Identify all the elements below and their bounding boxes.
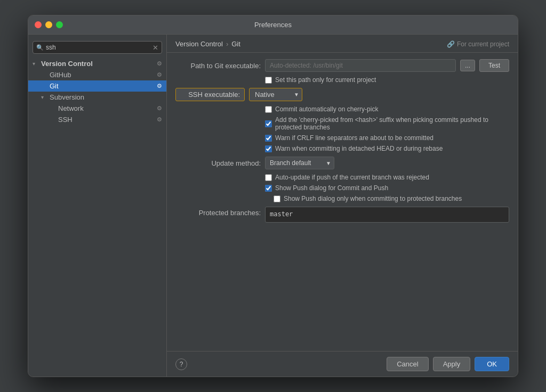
sidebar-item-label: Network — [58, 104, 155, 112]
warn-detached-checkbox[interactable] — [265, 145, 272, 152]
set-path-only-row: Set this path only for current project — [175, 76, 509, 84]
apply-button[interactable]: Apply — [433, 357, 471, 371]
show-push-only-row: Show Push dialog only when committing to… — [175, 195, 509, 202]
ssh-executable-select[interactable]: Native Built-in — [249, 88, 302, 101]
protected-branches-row: Protected branches: master — [175, 207, 509, 223]
preferences-window: Preferences 🔍 ✕ ▾ Version Control ⚙ GitH… — [28, 15, 518, 377]
window-title: Preferences — [254, 21, 292, 29]
show-push-dialog-label: Show Push dialog for Commit and Push — [275, 184, 388, 192]
maximize-button[interactable] — [56, 21, 63, 28]
sidebar: 🔍 ✕ ▾ Version Control ⚙ GitHub ⚙ — [28, 35, 167, 377]
toggle-icon: ▾ — [33, 61, 39, 67]
commit-auto-label: Commit automatically on cherry-pick — [275, 105, 378, 113]
sidebar-tree: ▾ Version Control ⚙ GitHub ⚙ Git ⚙ ▾ Sub… — [28, 58, 166, 377]
show-push-dialog-row: Show Push dialog for Commit and Push — [175, 184, 509, 192]
show-push-dialog-checkbox[interactable] — [265, 185, 272, 192]
ssh-select-wrapper: Native Built-in ▼ — [249, 88, 302, 101]
show-push-only-label: Show Push dialog only when committing to… — [284, 195, 462, 202]
show-push-only-checkbox[interactable] — [274, 195, 280, 202]
commit-auto-row: Commit automatically on cherry-pick — [175, 105, 509, 113]
search-input[interactable] — [46, 44, 150, 51]
window-controls — [35, 21, 63, 28]
cancel-button[interactable]: Cancel — [387, 357, 428, 371]
settings-icon: ⚙ — [157, 71, 162, 78]
test-button[interactable]: Test — [479, 59, 509, 72]
sidebar-item-label: Git — [50, 82, 155, 90]
sidebar-item-label: SSH — [58, 116, 155, 124]
sidebar-item-github[interactable]: GitHub ⚙ — [28, 69, 166, 80]
protected-branches-input[interactable]: master — [265, 207, 509, 223]
warn-crlf-checkbox[interactable] — [265, 135, 272, 142]
protected-branches-label: Protected branches: — [175, 207, 261, 217]
search-icon: 🔍 — [36, 44, 44, 51]
update-method-label: Update method: — [175, 159, 261, 167]
cherry-picked-label: Add the 'cherry-picked from <hash>' suff… — [275, 116, 509, 131]
auto-update-row: Auto-update if push of the current branc… — [175, 174, 509, 181]
path-input[interactable] — [265, 59, 456, 72]
browse-button[interactable]: ... — [460, 60, 475, 71]
sidebar-item-version-control[interactable]: ▾ Version Control ⚙ — [28, 58, 166, 69]
toggle-icon: ▾ — [41, 94, 47, 100]
auto-update-checkbox[interactable] — [265, 174, 272, 181]
title-bar: Preferences — [28, 15, 518, 35]
path-label: Path to Git executable: — [175, 62, 261, 70]
breadcrumb: Version Control › Git — [175, 40, 240, 48]
sidebar-item-label: Version Control — [41, 60, 155, 68]
help-button[interactable]: ? — [175, 358, 187, 370]
main-header: Version Control › Git 🔗 For current proj… — [167, 35, 518, 53]
sidebar-item-git[interactable]: Git ⚙ — [28, 80, 166, 92]
settings-icon: ⚙ — [157, 116, 162, 123]
update-method-select[interactable]: Branch default Merge Rebase — [265, 157, 334, 169]
sidebar-item-network[interactable]: Network ⚙ — [28, 103, 166, 114]
warn-detached-row: Warn when committing in detached HEAD or… — [175, 145, 509, 152]
form-content: Path to Git executable: ... Test Set thi… — [167, 53, 518, 351]
sidebar-item-subversion[interactable]: ▾ Subversion — [28, 92, 166, 103]
warn-crlf-row: Warn if CRLF line separators are about t… — [175, 134, 509, 142]
project-link[interactable]: 🔗 For current project — [447, 40, 509, 48]
cherry-picked-row: Add the 'cherry-picked from <hash>' suff… — [175, 116, 509, 131]
sidebar-item-ssh[interactable]: SSH ⚙ — [28, 114, 166, 125]
breadcrumb-part1: Version Control — [175, 40, 223, 48]
minimize-button[interactable] — [45, 21, 52, 28]
breadcrumb-part2: Git — [231, 40, 240, 48]
settings-icon: ⚙ — [157, 105, 162, 112]
link-icon: 🔗 — [447, 40, 455, 48]
warn-detached-label: Warn when committing in detached HEAD or… — [275, 145, 443, 152]
auto-update-label: Auto-update if push of the current branc… — [275, 174, 429, 181]
cherry-picked-checkbox[interactable] — [265, 120, 272, 127]
footer-left: ? — [175, 358, 187, 370]
sidebar-item-label: Subversion — [50, 93, 160, 101]
search-box: 🔍 ✕ — [33, 41, 162, 54]
project-link-text: For current project — [457, 40, 509, 48]
settings-icon: ⚙ — [157, 60, 162, 67]
path-row: Path to Git executable: ... Test — [175, 59, 509, 72]
set-path-only-checkbox[interactable] — [265, 77, 272, 84]
sidebar-item-label: GitHub — [50, 71, 155, 79]
footer: ? Cancel Apply OK — [167, 351, 518, 377]
set-path-only-label: Set this path only for current project — [275, 76, 376, 84]
ssh-executable-label: SSH executable: — [175, 88, 245, 101]
main-content-area: 🔍 ✕ ▾ Version Control ⚙ GitHub ⚙ — [28, 35, 518, 377]
ok-button[interactable]: OK — [475, 357, 509, 371]
search-clear-icon[interactable]: ✕ — [152, 44, 158, 51]
warn-crlf-label: Warn if CRLF line separators are about t… — [275, 134, 433, 142]
breadcrumb-separator: › — [226, 40, 228, 48]
update-method-row: Update method: Branch default Merge Reba… — [175, 157, 509, 169]
ssh-executable-row: SSH executable: Native Built-in ▼ — [175, 88, 509, 101]
settings-icon: ⚙ — [157, 83, 162, 89]
commit-auto-checkbox[interactable] — [265, 106, 272, 113]
main-panel: Version Control › Git 🔗 For current proj… — [167, 35, 518, 377]
close-button[interactable] — [35, 21, 42, 28]
update-method-select-wrapper: Branch default Merge Rebase ▼ — [265, 157, 334, 169]
